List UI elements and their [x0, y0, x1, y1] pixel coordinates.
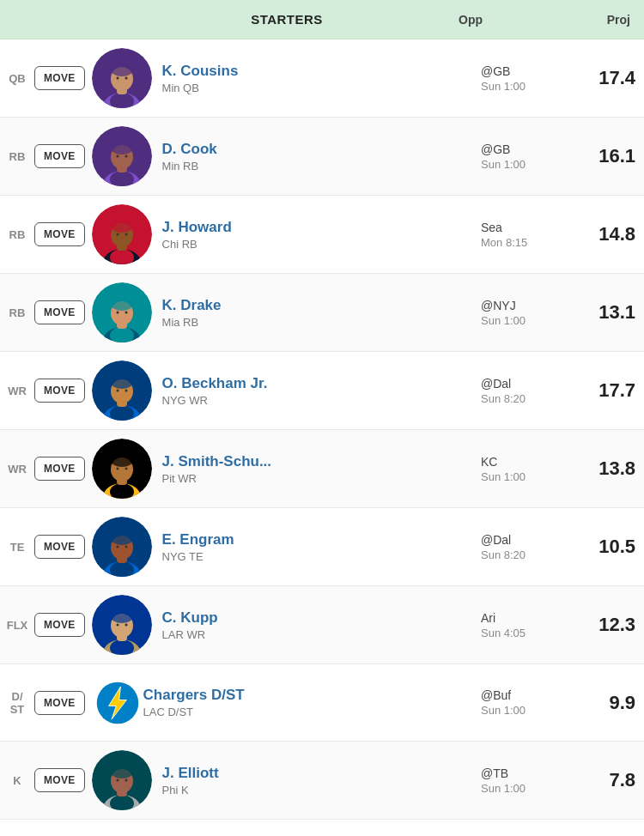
opp-info: @GB Sun 1:00: [481, 64, 575, 93]
opp-info: @NYJ Sun 1:00: [481, 299, 575, 327]
move-button[interactable]: MOVE: [34, 222, 85, 246]
move-button[interactable]: MOVE: [34, 457, 85, 481]
svg-point-63: [125, 624, 127, 627]
opp-time: Sun 8:20: [481, 392, 575, 405]
opp-time: Sun 8:20: [481, 548, 575, 561]
svg-point-31: [125, 312, 127, 314]
player-meta: Min RB: [162, 160, 481, 173]
player-meta: Mia RB: [162, 316, 481, 329]
header-row: STARTERS Opp Proj: [0, 0, 644, 39]
opp-heading: Opp: [459, 13, 562, 27]
player-meta: NYG WR: [162, 394, 481, 407]
proj-value: 16.1: [575, 145, 635, 167]
player-row: FLX MOVE C. Kupp LAR WR Ar: [0, 586, 644, 664]
player-row: WR MOVE J. Smith-Schu... Pit WR: [0, 430, 644, 508]
opp-team: @Dal: [481, 533, 575, 547]
position-label: K: [0, 774, 34, 787]
opp-time: Sun 1:00: [481, 782, 575, 795]
opp-info: @GB Sun 1:00: [481, 142, 575, 171]
proj-value: 10.5: [575, 536, 635, 558]
svg-point-54: [116, 546, 118, 548]
svg-point-46: [116, 468, 118, 470]
position-label: RB: [0, 150, 34, 163]
svg-point-62: [116, 624, 118, 627]
player-avatar: [92, 204, 152, 264]
player-name: E. Engram: [162, 531, 481, 548]
player-info: E. Engram NYG TE: [162, 531, 481, 563]
opp-time: Sun 1:00: [481, 470, 575, 483]
proj-value: 12.3: [575, 614, 635, 636]
player-meta: Pit WR: [162, 472, 481, 485]
svg-point-45: [111, 453, 133, 467]
opp-time: Sun 4:05: [481, 627, 575, 639]
opp-info: @Buf Sun 1:00: [481, 688, 575, 717]
move-button[interactable]: MOVE: [34, 144, 85, 168]
player-name: J. Elliott: [162, 765, 481, 782]
player-row: RB MOVE J. Howard Chi RB S: [0, 196, 644, 274]
player-row: WR MOVE O. Beckham Jr. NYG WR: [0, 352, 644, 430]
proj-value: 17.7: [575, 379, 635, 402]
opp-team: Ari: [481, 611, 575, 625]
opp-team: @GB: [481, 142, 575, 156]
svg-point-21: [111, 219, 133, 233]
opp-info: @TB Sun 1:00: [481, 766, 575, 795]
proj-value: 7.8: [575, 769, 635, 791]
move-button[interactable]: MOVE: [34, 535, 85, 559]
player-meta: Chi RB: [162, 238, 481, 251]
player-avatar: [92, 48, 152, 108]
svg-point-61: [111, 609, 133, 623]
player-avatar: [92, 439, 152, 499]
opp-time: Sun 1:00: [481, 158, 575, 171]
svg-point-37: [111, 375, 133, 389]
opp-info: @Dal Sun 8:20: [481, 377, 575, 405]
players-list: QB MOVE K. Cousins Min QB: [0, 39, 644, 820]
move-button[interactable]: MOVE: [34, 300, 85, 324]
opp-team: @Dal: [481, 377, 575, 391]
position-label: FLX: [0, 619, 34, 632]
proj-value: 17.4: [575, 67, 635, 89]
player-name: O. Beckham Jr.: [162, 375, 481, 392]
player-name: K. Drake: [162, 297, 481, 314]
player-meta: LAC D/ST: [143, 706, 481, 718]
svg-point-7: [125, 77, 127, 80]
svg-point-22: [116, 233, 118, 236]
opp-team: @TB: [481, 766, 575, 780]
player-avatar: [92, 360, 152, 421]
player-info: K. Drake Mia RB: [162, 297, 481, 329]
player-info: J. Elliott Phi K: [162, 765, 481, 797]
position-label: WR: [0, 385, 34, 397]
player-meta: LAR WR: [162, 628, 481, 641]
svg-point-29: [111, 297, 133, 311]
position-label: TE: [0, 541, 34, 554]
move-button[interactable]: MOVE: [34, 613, 85, 637]
move-button[interactable]: MOVE: [34, 66, 85, 90]
svg-point-53: [111, 531, 133, 545]
player-info: Chargers D/ST LAC D/ST: [143, 687, 481, 718]
svg-point-15: [125, 155, 127, 158]
opp-time: Sun 1:00: [481, 314, 575, 327]
player-row: TE MOVE E. Engram NYG TE @: [0, 508, 644, 586]
opp-info: Sea Mon 8:15: [481, 221, 575, 249]
opp-team: @Buf: [481, 688, 575, 702]
player-meta: Min QB: [162, 82, 481, 94]
move-button[interactable]: MOVE: [34, 768, 85, 792]
chargers-logo: [92, 677, 143, 729]
proj-value: 13.1: [575, 301, 635, 324]
svg-point-30: [116, 312, 118, 314]
move-button[interactable]: MOVE: [34, 691, 85, 715]
opp-info: @Dal Sun 8:20: [481, 533, 575, 561]
opp-time: Sun 1:00: [481, 80, 575, 93]
proj-value: 9.9: [575, 692, 635, 714]
opp-team: KC: [481, 455, 575, 469]
svg-point-47: [125, 468, 127, 470]
svg-point-23: [125, 233, 127, 236]
position-label: RB: [0, 306, 34, 319]
player-info: K. Cousins Min QB: [162, 63, 481, 94]
move-button[interactable]: MOVE: [34, 379, 85, 403]
svg-point-14: [116, 155, 118, 158]
svg-point-13: [111, 141, 133, 154]
player-avatar: [92, 517, 152, 577]
player-info: C. Kupp LAR WR: [162, 609, 481, 641]
opp-time: Sun 1:00: [481, 704, 575, 717]
opp-team: Sea: [481, 221, 575, 234]
